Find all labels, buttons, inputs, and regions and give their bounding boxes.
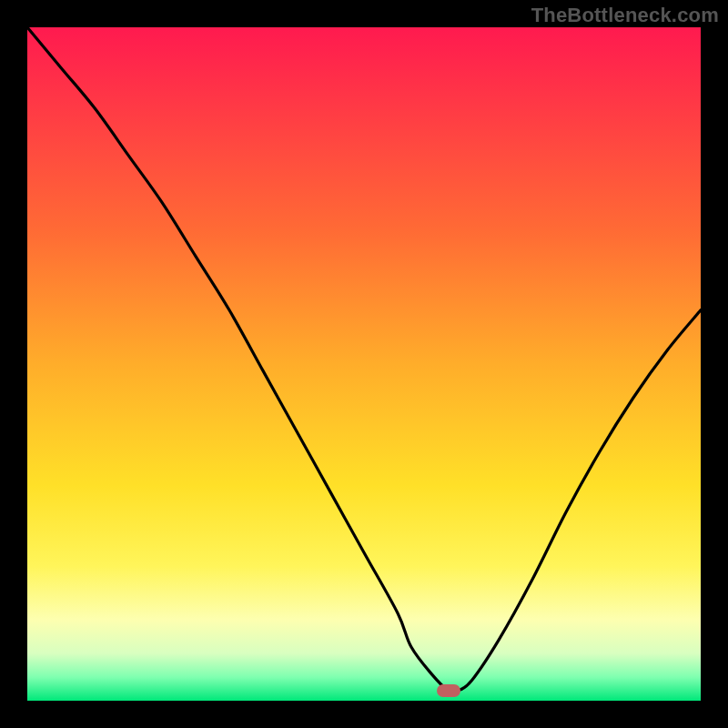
chart-frame: TheBottleneck.com	[0, 0, 728, 728]
watermark-text: TheBottleneck.com	[531, 4, 719, 27]
optimal-point-marker	[437, 684, 460, 697]
bottleneck-curve	[27, 27, 701, 701]
plot-area	[27, 27, 701, 701]
